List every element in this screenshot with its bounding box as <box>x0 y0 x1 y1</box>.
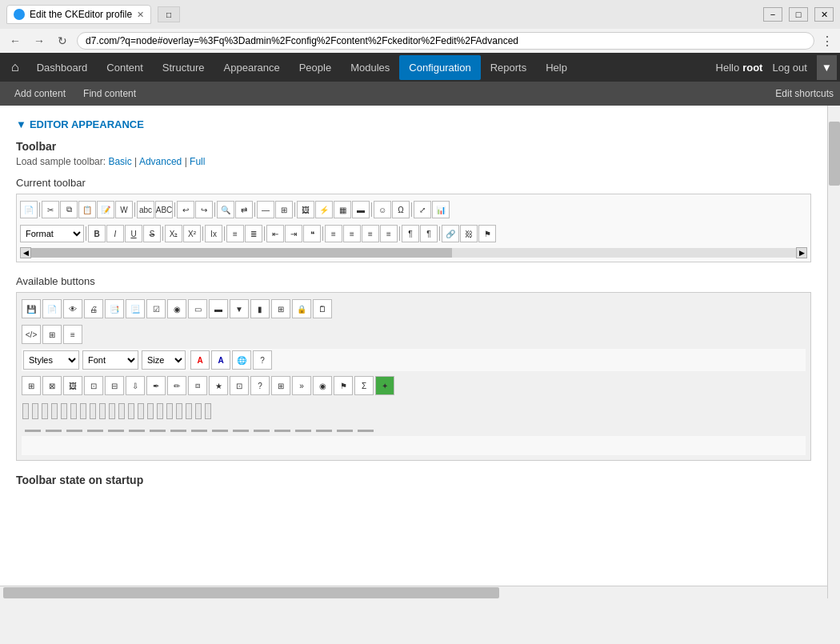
sep-handle-6[interactable] <box>70 403 77 419</box>
avail-radio-btn[interactable]: ◉ <box>167 299 186 318</box>
tb-blockquote-btn[interactable]: ❝ <box>303 225 321 242</box>
load-full-link[interactable]: Full <box>190 156 205 167</box>
maximize-button[interactable]: □ <box>789 7 808 22</box>
avail-more10-btn[interactable]: ★ <box>209 376 228 395</box>
tb-underline-btn[interactable]: U <box>125 225 142 242</box>
tb-bidi-rtl-btn[interactable]: ¶ <box>420 225 438 242</box>
avail-templates-btn[interactable]: 📑 <box>105 299 124 318</box>
sep-handle-20[interactable] <box>205 403 211 419</box>
avail-newpage-btn[interactable]: 📄 <box>42 299 62 318</box>
avail-more13-btn[interactable]: ⊞ <box>271 376 290 395</box>
avail-save-btn[interactable]: 💾 <box>22 299 41 318</box>
tb-replace-btn[interactable]: ⇄ <box>235 201 253 218</box>
tb-align-left-btn[interactable]: ≡ <box>325 225 342 242</box>
avail-styles-select[interactable]: Styles <box>23 350 79 370</box>
tb-undo-btn[interactable]: ↩ <box>177 201 194 218</box>
load-basic-link[interactable]: Basic <box>108 156 131 167</box>
logout-button[interactable]: Log out <box>766 55 813 80</box>
avail-textarea-btn[interactable]: ▬ <box>209 299 228 318</box>
sep-handle-10[interactable] <box>109 403 115 419</box>
nav-item-structure[interactable]: Structure <box>153 55 214 80</box>
tb-sep-h-btn[interactable]: — <box>257 201 274 218</box>
close-button[interactable]: ✕ <box>814 7 834 22</box>
tb-align-right-btn[interactable]: ≡ <box>362 225 379 242</box>
avail-table3-btn[interactable]: ⊞ <box>42 325 62 344</box>
tb-hline-btn[interactable]: ▬ <box>352 201 370 218</box>
sep-handle-4[interactable] <box>51 403 58 419</box>
avail-form-btn[interactable]: 🗒 <box>313 299 332 318</box>
tb-flash-btn[interactable]: ⚡ <box>315 201 333 218</box>
browser-menu-button[interactable]: ⋮ <box>821 34 834 49</box>
tb-redo-btn[interactable]: ↪ <box>195 201 213 218</box>
tb-superscript-btn[interactable]: X² <box>183 225 201 242</box>
sep-handle-8[interactable] <box>90 403 96 419</box>
tb-align-justify-btn[interactable]: ≡ <box>380 225 398 242</box>
avail-help-btn[interactable]: ? <box>253 350 272 370</box>
tb-paste-text-btn[interactable]: 📝 <box>97 201 114 218</box>
tab-close-icon[interactable]: ✕ <box>137 10 144 20</box>
tb-find-btn[interactable]: 🔍 <box>217 201 234 218</box>
avail-more5-btn[interactable]: ⊟ <box>105 376 124 395</box>
avail-bgcolor-btn[interactable]: A <box>211 350 230 370</box>
tb-maximize-btn[interactable]: ⤢ <box>414 201 431 218</box>
sep-handle-2[interactable] <box>32 403 38 419</box>
page-hscrollbar[interactable] <box>0 586 827 598</box>
avail-print-btn[interactable]: 🖨 <box>84 299 103 318</box>
edit-shortcuts-link[interactable]: Edit shortcuts <box>775 88 834 99</box>
tb-orderedlist-btn[interactable]: ≡ <box>226 225 244 242</box>
sep-handle-15[interactable] <box>157 403 163 419</box>
tb-strike-btn[interactable]: S <box>143 225 161 242</box>
avail-doc-btn[interactable]: 📃 <box>126 299 145 318</box>
avail-more17-btn[interactable]: Σ <box>354 376 374 395</box>
nav-dropdown-button[interactable]: ▼ <box>817 55 837 80</box>
tb-link-btn[interactable]: 🔗 <box>442 225 459 242</box>
add-content-link[interactable]: Add content <box>6 85 74 102</box>
avail-select-btn[interactable]: ▼ <box>230 299 249 318</box>
avail-imgbtn-btn[interactable]: ⊞ <box>271 299 290 318</box>
tb-bold-btn[interactable]: B <box>88 225 106 242</box>
avail-more2-btn[interactable]: ⊠ <box>42 376 62 395</box>
sep-handle-14[interactable] <box>147 403 154 419</box>
nav-item-modules[interactable]: Modules <box>341 55 399 80</box>
avail-more15-btn[interactable]: ◉ <box>313 376 332 395</box>
avail-more11-btn[interactable]: ⊡ <box>230 376 249 395</box>
tb-anchor-btn[interactable]: ⚑ <box>478 225 496 242</box>
tb-cut-btn[interactable]: ✂ <box>42 201 59 218</box>
browser-tab[interactable]: Edit the CKEditor profile ✕ <box>6 5 151 24</box>
nav-item-content[interactable]: Content <box>97 55 153 80</box>
avail-hiddenfield-btn[interactable]: 🔒 <box>292 299 311 318</box>
sep-handle-17[interactable] <box>176 403 182 419</box>
tb-indent-btn[interactable]: ⇥ <box>285 225 302 242</box>
avail-more6-btn[interactable]: ⇩ <box>126 376 145 395</box>
sep-handle-12[interactable] <box>128 403 134 419</box>
nav-item-people[interactable]: People <box>290 55 341 80</box>
sep-handle-9[interactable] <box>99 403 106 419</box>
sep-handle-19[interactable] <box>195 403 202 419</box>
nav-item-reports[interactable]: Reports <box>481 55 537 80</box>
nav-item-dashboard[interactable]: Dashboard <box>27 55 98 80</box>
sep-handle-3[interactable] <box>42 403 48 419</box>
sep-handle-1[interactable] <box>22 403 29 419</box>
tb-spellcheck-btn[interactable]: abc <box>137 201 154 218</box>
tb-subscript-btn[interactable]: X₂ <box>165 225 182 242</box>
avail-size-select[interactable]: Size <box>142 350 186 370</box>
tb-smiley-btn[interactable]: ☺ <box>374 201 391 218</box>
avail-preview-btn[interactable]: 👁 <box>63 299 82 318</box>
avail-font-select[interactable]: Font <box>82 350 138 370</box>
load-advanced-link[interactable]: Advanced <box>139 156 182 167</box>
sep-handle-16[interactable] <box>166 403 173 419</box>
tb-copy-btn[interactable]: ⧉ <box>60 201 78 218</box>
avail-language-btn[interactable]: 🌐 <box>232 350 251 370</box>
sep-handle-5[interactable] <box>61 403 67 419</box>
avail-more7-btn[interactable]: ✒ <box>146 376 166 395</box>
tb-outdent-btn[interactable]: ⇤ <box>266 225 284 242</box>
find-content-link[interactable]: Find content <box>75 85 144 102</box>
tb-italic-btn[interactable]: I <box>106 225 124 242</box>
avail-more16-btn[interactable]: ⚑ <box>334 376 353 395</box>
tb-paste-btn[interactable]: 📋 <box>78 201 96 218</box>
tb-image-btn[interactable]: 🖼 <box>297 201 314 218</box>
nav-item-help[interactable]: Help <box>536 55 577 80</box>
tb-table2-btn[interactable]: ▦ <box>334 201 351 218</box>
sep-handle-7[interactable] <box>80 403 86 419</box>
avail-more14-btn[interactable]: » <box>292 376 311 395</box>
